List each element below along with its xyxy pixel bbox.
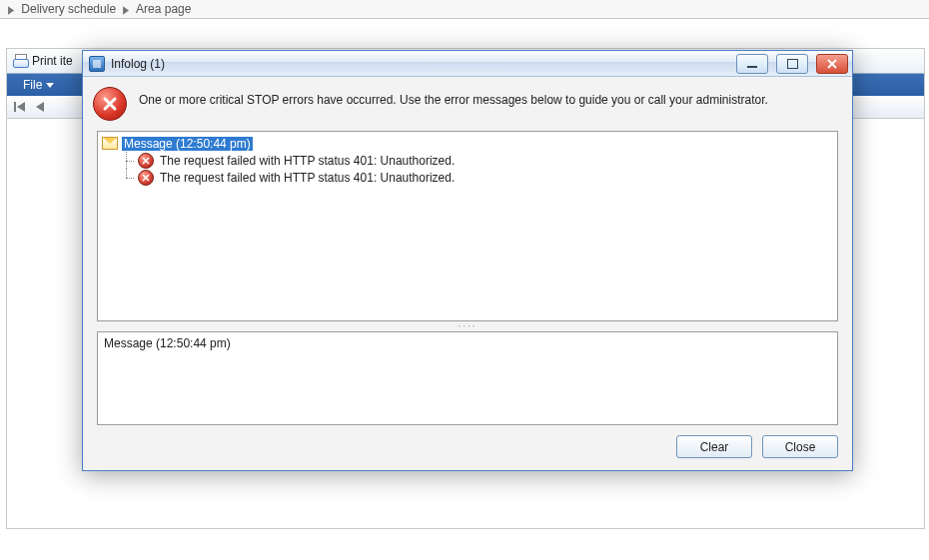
error-node-icon [138, 170, 154, 186]
infolog-dialog: Infolog (1) One or more critical STOP er… [82, 50, 853, 471]
tree-child-label: The request failed with HTTP status 401:… [158, 171, 457, 185]
infolog-icon [89, 56, 105, 72]
envelope-icon [102, 137, 118, 150]
svg-rect-0 [14, 102, 16, 112]
dialog-titlebar[interactable]: Infolog (1) [83, 51, 852, 77]
tree-root-label: Message (12:50:44 pm) [122, 137, 253, 151]
chevron-down-icon [46, 83, 54, 88]
dialog-title: Infolog (1) [111, 57, 165, 71]
message-tree[interactable]: Message (12:50:44 pm) The request failed… [97, 131, 838, 321]
menu-file[interactable]: File [13, 76, 64, 94]
breadcrumb-item[interactable]: Area page [136, 2, 191, 16]
tree-child-label: The request failed with HTTP status 401:… [158, 154, 457, 168]
nav-first-icon[interactable] [13, 101, 27, 113]
detail-text: Message (12:50:44 pm) [104, 336, 231, 350]
tree-child[interactable]: The request failed with HTTP status 401:… [100, 169, 837, 186]
nav-prev-icon[interactable] [33, 101, 47, 113]
breadcrumb: ▸ Delivery schedule ▸ Area page [0, 0, 929, 19]
clear-button[interactable]: Clear [676, 435, 752, 458]
maximize-button[interactable] [776, 54, 808, 74]
chevron-right-icon: ▸ [8, 0, 14, 22]
tree-connector [120, 169, 134, 186]
tree-child[interactable]: The request failed with HTTP status 401:… [100, 152, 837, 169]
close-icon [827, 59, 837, 69]
close-button[interactable]: Close [762, 435, 838, 458]
dialog-button-row: Clear Close [83, 425, 852, 470]
tree-connector [120, 152, 134, 169]
error-node-icon [138, 153, 154, 169]
error-icon [93, 87, 127, 121]
splitter-gripper[interactable]: ···· [83, 321, 852, 331]
menu-file-label: File [23, 78, 42, 92]
printer-icon [13, 54, 27, 68]
background-window-title: Print ite [32, 54, 73, 68]
svg-marker-2 [36, 102, 44, 112]
svg-marker-1 [17, 102, 25, 112]
tree-root[interactable]: Message (12:50:44 pm) [100, 135, 837, 152]
close-window-button[interactable] [816, 54, 848, 74]
chevron-right-icon: ▸ [123, 0, 129, 22]
dialog-instruction: One or more critical STOP errors have oc… [139, 87, 768, 107]
detail-panel[interactable]: Message (12:50:44 pm) [97, 331, 838, 425]
minimize-button[interactable] [736, 54, 768, 74]
breadcrumb-item[interactable]: Delivery schedule [21, 2, 116, 16]
